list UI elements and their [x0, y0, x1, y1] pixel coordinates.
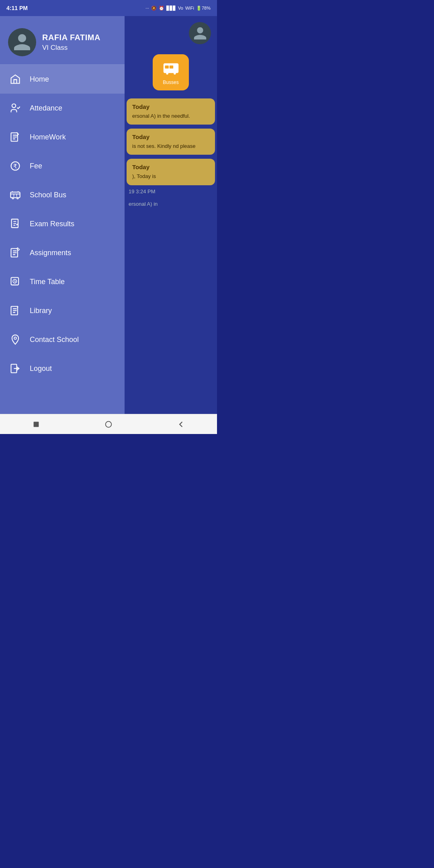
message-card-2: Today is not ses. Kindly nd please: [127, 129, 215, 155]
alarm-icon: ⏰: [159, 6, 164, 11]
right-panel-avatar: [189, 22, 211, 44]
logout-icon: [8, 361, 23, 376]
mute-icon: 🔕: [151, 6, 157, 11]
nav-item-library[interactable]: Library: [0, 296, 125, 325]
msg-date-1: Today: [132, 103, 209, 110]
time-table-icon: [8, 274, 23, 289]
busses-label: Busses: [163, 80, 178, 85]
nav-label-exam-results: Exam Results: [30, 220, 74, 228]
message-cards: Today ersonal A) in the needful. Today i…: [125, 98, 217, 185]
svg-point-17: [166, 72, 168, 75]
profile-info: RAFIA FATIMA VI Class: [42, 33, 100, 52]
nav-item-assignments[interactable]: Assignments: [0, 238, 125, 267]
home-icon: [8, 72, 23, 86]
nav-label-time-table: Time Table: [30, 278, 65, 286]
nav-item-exam-results[interactable]: Exam Results: [0, 209, 125, 238]
msg-text-2: is not ses. Kindly nd please: [132, 143, 209, 150]
svg-point-5: [12, 197, 14, 199]
drawer-menu: RAFIA FATIMA VI Class Home: [0, 16, 125, 414]
recent-apps-button[interactable]: [29, 417, 43, 431]
bottom-extra-text: ersonal A) in: [125, 198, 217, 210]
homework-icon: [8, 130, 23, 144]
user-avatar-icon: [12, 32, 32, 52]
back-icon: [176, 420, 185, 429]
status-icons: ··· 🔕 ⏰ ▊▊▊ Vo WiFi 🔋78%: [145, 6, 211, 11]
message-card-1: Today ersonal A) in the needful.: [127, 98, 215, 125]
svg-rect-16: [169, 66, 173, 69]
right-user-icon: [192, 26, 208, 41]
library-icon: [8, 303, 23, 318]
bus-section: Busses: [125, 50, 217, 98]
svg-rect-19: [34, 422, 39, 427]
svg-point-20: [106, 421, 112, 427]
fee-icon: ₹: [8, 159, 23, 173]
nav-item-contact-school[interactable]: Contact School: [0, 325, 125, 354]
nav-label-library: Library: [30, 307, 52, 315]
msg-date-3: Today: [132, 164, 209, 170]
nav-label-logout: Logout: [30, 364, 52, 373]
assignments-icon: [8, 246, 23, 260]
profile-name: RAFIA FATIMA: [42, 33, 100, 42]
svg-text:₹: ₹: [13, 163, 17, 170]
nav-item-home[interactable]: Home: [0, 65, 125, 94]
bottom-nav-bar: [0, 414, 217, 434]
profile-class: VI Class: [42, 44, 100, 52]
nav-label-homework: HomeWork: [30, 133, 66, 141]
nav-label-contact-school: Contact School: [30, 336, 79, 344]
status-bar: 4:11 PM ··· 🔕 ⏰ ▊▊▊ Vo WiFi 🔋78%: [0, 0, 217, 16]
home-button[interactable]: [102, 417, 116, 431]
exam-results-icon: [8, 217, 23, 231]
nav-item-attendance[interactable]: Attedance: [0, 94, 125, 123]
battery-icon: 🔋78%: [196, 6, 211, 11]
msg-date-2: Today: [132, 133, 209, 140]
school-bus-icon: [8, 188, 23, 202]
nav-label-school-bus: School Bus: [30, 191, 66, 199]
busses-card[interactable]: Busses: [153, 54, 189, 90]
nav-item-time-table[interactable]: Time Table: [0, 267, 125, 296]
nav-item-logout[interactable]: Logout: [0, 354, 125, 383]
signal-icon: ▊▊▊: [166, 6, 176, 11]
profile-section: RAFIA FATIMA VI Class: [0, 16, 125, 64]
dots-icon: ···: [145, 6, 149, 10]
nav-item-school-bus[interactable]: School Bus: [0, 180, 125, 209]
recent-apps-icon: [32, 420, 41, 429]
volte-icon: Vo: [178, 6, 183, 10]
nav-item-homework[interactable]: HomeWork: [0, 123, 125, 151]
home-nav-icon: [104, 420, 113, 429]
svg-point-12: [14, 337, 16, 340]
back-button[interactable]: [174, 417, 188, 431]
avatar: [8, 28, 36, 56]
svg-point-18: [174, 72, 176, 75]
msg-text-3: ), Today is: [132, 173, 209, 180]
svg-rect-4: [10, 192, 20, 198]
nav-label-assignments: Assignments: [30, 249, 71, 257]
svg-point-0: [12, 104, 16, 108]
msg-text-1: ersonal A) in the needful.: [132, 113, 209, 120]
message-card-3: Today ), Today is: [127, 159, 215, 185]
svg-point-6: [17, 197, 18, 199]
right-panel: Busses Today ersonal A) in the needful. …: [125, 16, 217, 414]
nav-label-attendance: Attedance: [30, 104, 62, 113]
status-time: 4:11 PM: [6, 5, 28, 11]
nav-item-fee[interactable]: ₹ Fee: [0, 151, 125, 180]
right-top-area: [125, 16, 217, 50]
bus-card-icon: [162, 59, 180, 78]
svg-rect-15: [165, 66, 168, 69]
contact-school-icon: [8, 332, 23, 347]
main-layout: RAFIA FATIMA VI Class Home: [0, 16, 217, 414]
wifi-icon: WiFi: [185, 6, 194, 10]
attendance-icon: [8, 101, 23, 115]
bottom-timestamp: 19 3:24 PM: [125, 185, 217, 198]
nav-label-fee: Fee: [30, 162, 42, 170]
nav-label-home: Home: [30, 75, 49, 84]
